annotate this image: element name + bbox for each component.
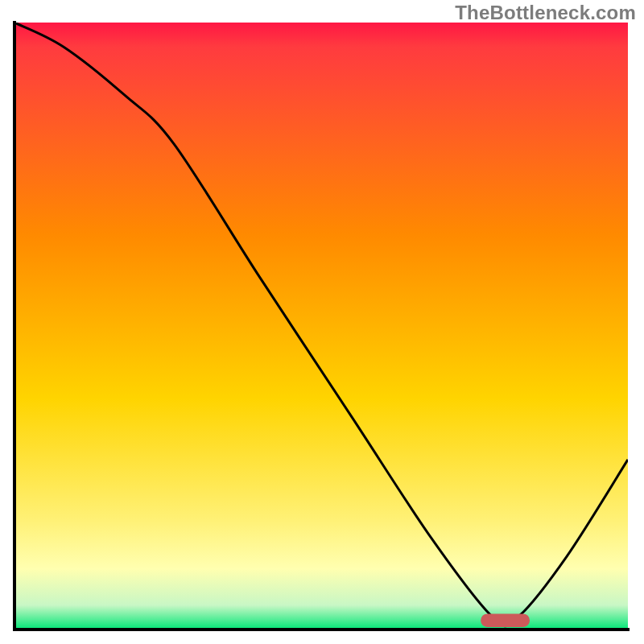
chart-container: TheBottleneck.com (0, 0, 644, 644)
optimal-marker (481, 613, 530, 627)
gradient-background (14, 23, 628, 630)
bottleneck-chart (0, 0, 644, 644)
